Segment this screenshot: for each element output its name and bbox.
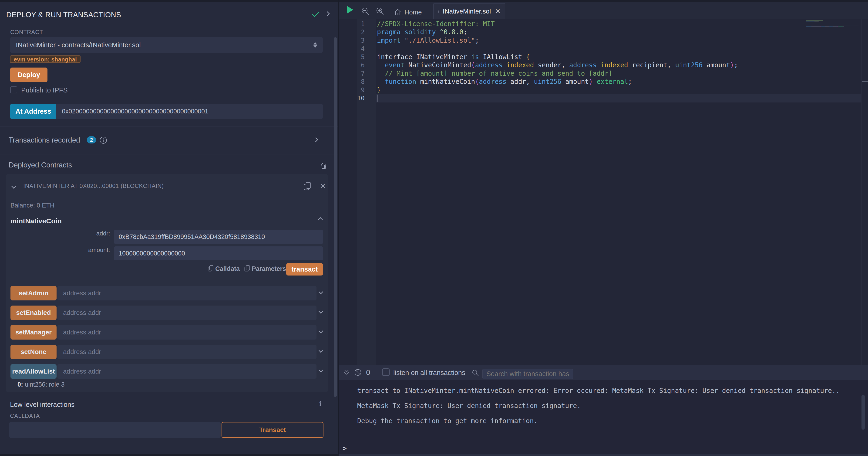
terminal-line: Debug the transaction to get more inform… (357, 414, 840, 429)
tab-close-icon[interactable]: ✕ (495, 7, 501, 15)
line-number: 1 (355, 20, 365, 28)
readAllowList-input[interactable]: address addr (58, 364, 316, 379)
copy-parameters-icon[interactable] (244, 265, 250, 273)
line-number: 10 (355, 94, 365, 103)
terminal-prompt[interactable]: > (343, 444, 347, 452)
setEnabled-expand-chevron-icon[interactable] (318, 309, 323, 314)
amount-field-input[interactable]: 1000000000000000000 (114, 247, 323, 260)
zoom-out-icon[interactable] (361, 7, 370, 16)
parameters-copy-label[interactable]: Parameters (252, 265, 286, 273)
code-text: import "./IAllowList.sol"; (377, 36, 479, 45)
collapse-terminal-icon[interactable] (343, 369, 350, 376)
function-row-setAdmin: setAdminaddress addr (6, 286, 328, 301)
contract-card-title: INATIVEMINTER AT 0X020...00001 (BLOCKCHA… (23, 182, 164, 189)
panel-title: DEPLOY & RUN TRANSACTIONS (6, 11, 121, 19)
readAllowList-button[interactable]: readAllowList (10, 364, 57, 379)
setNone-expand-chevron-icon[interactable] (318, 348, 323, 353)
publish-ipfs-checkbox[interactable] (10, 86, 17, 93)
deploy-run-panel: DEPLOY & RUN TRANSACTIONS CONTRACT INati… (0, 2, 339, 454)
transactions-expand-chevron-icon[interactable] (313, 137, 318, 142)
low-level-interactions-title: Low level interactions (10, 401, 74, 408)
terminal-search-input[interactable] (483, 369, 573, 379)
setEnabled-button[interactable]: setEnabled (10, 306, 57, 320)
code-editor[interactable]: 1//SPDX-License-Identifier: MIT2pragma s… (339, 19, 868, 365)
panel-vertical-scrollbar[interactable] (334, 37, 337, 397)
function-row-setEnabled: setEnabledaddress addr (6, 306, 328, 320)
function-name-title: mintNativeCoin (10, 217, 62, 225)
code-line-2[interactable]: 2pragma solidity ^0.8.0; (339, 28, 868, 36)
setAdmin-input[interactable]: address addr (58, 286, 316, 301)
calldata-input[interactable] (9, 422, 221, 438)
copy-calldata-icon[interactable] (208, 265, 214, 273)
listen-transactions-checkbox[interactable] (382, 368, 390, 376)
readAllowList-expand-chevron-icon[interactable] (318, 368, 323, 372)
copy-address-icon[interactable] (304, 182, 312, 192)
low-level-transact-button[interactable]: Transact (221, 422, 323, 438)
code-line-9[interactable]: 9} (339, 86, 868, 94)
contract-collapse-chevron-icon[interactable] (11, 184, 16, 189)
at-address-input[interactable]: 0x02000000000000000000000000000000000000… (56, 104, 323, 119)
setNone-button[interactable]: setNone (10, 345, 57, 359)
deployed-contract-card: INATIVEMINTER AT 0X020...00001 (BLOCKCHA… (6, 174, 328, 392)
code-line-8[interactable]: 8 function mintNativeCoin(address addr, … (339, 78, 868, 86)
setManager-button[interactable]: setManager (10, 325, 57, 340)
trash-icon[interactable] (320, 162, 327, 170)
at-address-button[interactable]: At Address (10, 104, 56, 119)
tab-inativeminter[interactable]: INativeMinter.sol ✕ (433, 3, 505, 19)
transactions-recorded-label: Transactions recorded (9, 136, 80, 144)
title-underline (10, 21, 182, 21)
function-result-output: 0: uint256: role 3 (18, 381, 65, 388)
contract-select[interactable]: INativeMinter - contracts/INativeMinter.… (10, 37, 323, 53)
select-arrows-icon (313, 42, 317, 48)
info-icon[interactable] (99, 136, 107, 145)
setEnabled-input[interactable]: address addr (58, 306, 316, 320)
deploy-button[interactable]: Deploy (10, 67, 48, 82)
transactions-count-badge: 2 (87, 136, 96, 143)
function-row-setManager: setManageraddress addr (6, 325, 328, 340)
line-number: 6 (355, 61, 365, 69)
setNone-input[interactable]: address addr (58, 345, 316, 359)
code-line-7[interactable]: 7 // Mint [amount] number of native coin… (339, 69, 868, 78)
result-index: 0: (18, 381, 23, 388)
code-line-1[interactable]: 1//SPDX-License-Identifier: MIT (339, 20, 868, 28)
code-text: //SPDX-License-Identifier: MIT (377, 20, 495, 28)
transact-button[interactable]: transact (286, 263, 323, 276)
code-line-6[interactable]: 6 event NativeCoinMinted(address indexed… (339, 61, 868, 69)
info-icon[interactable]: i (319, 399, 321, 408)
tab-home[interactable]: Home (394, 6, 422, 19)
setManager-input[interactable]: address addr (58, 325, 316, 340)
function-collapse-chevron-icon[interactable] (318, 217, 323, 222)
publish-ipfs-label: Publish to IPFS (21, 86, 68, 94)
terminal-panel: 0 listen on all transactions transact to… (339, 365, 868, 454)
function-row-setNone: setNoneaddress addr (6, 345, 328, 359)
setAdmin-expand-chevron-icon[interactable] (318, 289, 323, 294)
line-number: 3 (355, 36, 365, 45)
bottom-strip (339, 454, 868, 456)
line-number: 4 (355, 45, 365, 53)
terminal-scrollbar[interactable] (862, 395, 865, 430)
line-number: 7 (355, 69, 365, 78)
code-text: event NativeCoinMinted(address indexed s… (377, 61, 738, 69)
addr-field-input[interactable]: 0xB78cbAa319ffBD899951AA30D4320f58189383… (114, 230, 323, 244)
divider (0, 154, 339, 154)
run-script-play-icon[interactable] (347, 6, 353, 14)
search-icon (472, 369, 479, 377)
code-line-3[interactable]: 3import "./IAllowList.sol"; (339, 36, 868, 45)
divider (10, 396, 323, 396)
setAdmin-button[interactable]: setAdmin (10, 286, 57, 301)
calldata-copy-label[interactable]: Calldata (215, 265, 240, 273)
code-line-10[interactable]: 10 (339, 94, 868, 103)
remove-contract-icon[interactable]: ✕ (320, 182, 326, 190)
code-line-5[interactable]: 5interface INativeMinter is IAllowList { (339, 53, 868, 61)
panel-expand-chevron-icon[interactable] (325, 11, 330, 16)
zoom-in-icon[interactable] (376, 7, 384, 16)
line-number: 5 (355, 53, 365, 61)
code-line-4[interactable]: 4 (339, 45, 868, 53)
code-text: pragma solidity ^0.8.0; (377, 28, 467, 36)
home-icon (394, 8, 402, 16)
clear-console-icon[interactable] (354, 368, 362, 377)
setManager-expand-chevron-icon[interactable] (318, 329, 323, 333)
solidity-icon (438, 8, 440, 15)
editor-minimap[interactable] (806, 20, 862, 30)
line-number: 8 (355, 78, 365, 86)
